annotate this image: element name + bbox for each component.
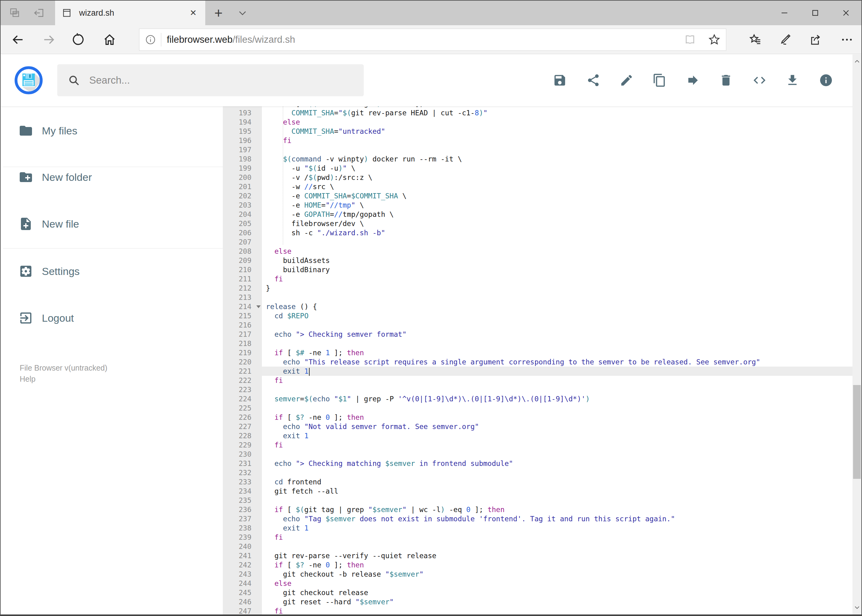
more-options-button[interactable] <box>838 32 856 48</box>
code-line[interactable]: git fetch --all <box>262 487 861 496</box>
scrollbar-thumb[interactable] <box>853 385 861 479</box>
fold-arrow-icon[interactable] <box>256 305 261 308</box>
code-line[interactable]: buildBinary <box>262 265 861 274</box>
sidebar-item-logout[interactable]: Logout <box>1 303 223 333</box>
tab-preview-button[interactable] <box>5 1 25 25</box>
code-line[interactable]: -w //src \ <box>262 182 861 191</box>
code-line[interactable]: else <box>262 247 861 256</box>
move-button[interactable] <box>684 71 702 90</box>
code-line[interactable] <box>262 404 861 413</box>
sidebar-item-my-files[interactable]: My files <box>1 116 223 146</box>
set-tabs-aside-button[interactable] <box>29 1 49 25</box>
code-line[interactable]: -e GOPATH=//tmp/gopath \ <box>262 210 861 219</box>
code-line[interactable] <box>262 321 861 330</box>
code-line[interactable]: echo "> Checking semver format" <box>262 330 861 339</box>
code-line[interactable]: fi <box>262 533 861 542</box>
code-line[interactable]: cd frontend <box>262 477 861 487</box>
code-line[interactable]: echo "> Checking matching $semver in fro… <box>262 459 861 468</box>
download-button[interactable] <box>783 71 802 90</box>
code-line[interactable]: echo "Not valid semver format. See semve… <box>262 422 861 431</box>
close-window-button[interactable] <box>830 1 861 25</box>
scroll-up-icon[interactable] <box>853 57 861 66</box>
code-line[interactable] <box>262 385 861 394</box>
active-line[interactable]: exit 1 <box>262 366 861 376</box>
hub-button[interactable] <box>747 32 764 48</box>
code-line[interactable]: exit 1 <box>262 431 861 440</box>
search-input[interactable] <box>89 74 335 86</box>
code-line[interactable]: cd $REPO <box>262 311 861 321</box>
code-line[interactable]: release () { <box>262 302 861 311</box>
back-button[interactable] <box>9 32 27 48</box>
code-line[interactable] <box>262 496 861 505</box>
code-line[interactable]: git reset --hard "$semver" <box>262 597 861 607</box>
code-line[interactable]: echo "This release script requires a sin… <box>262 357 861 366</box>
save-button[interactable] <box>550 71 569 90</box>
code-area[interactable]: if [ "$(command -v git)" != "" ]; then C… <box>262 107 861 614</box>
address-bar[interactable]: filebrowser.web/files/wizard.sh <box>139 28 726 51</box>
code-line[interactable]: git checkout release <box>262 588 861 597</box>
reading-view-icon[interactable] <box>684 33 697 46</box>
code-line[interactable]: -e COMMIT_SHA=$COMMIT_SHA \ <box>262 191 861 201</box>
refresh-button[interactable] <box>69 32 87 48</box>
site-info-icon[interactable] <box>144 33 157 46</box>
browser-tab[interactable]: wizard.sh ✕ <box>55 1 205 25</box>
code-line[interactable]: git rev-parse --verify --quiet release <box>262 551 861 560</box>
code-line[interactable]: } <box>262 284 861 293</box>
code-line[interactable]: filebrowser/dev \ <box>262 219 861 228</box>
minimize-button[interactable] <box>769 1 800 25</box>
code-line[interactable] <box>262 339 861 348</box>
code-line[interactable]: sh -c "./wizard.sh -b" <box>262 228 861 237</box>
code-line[interactable] <box>262 237 861 247</box>
search-box[interactable] <box>57 64 364 96</box>
scroll-down-icon[interactable] <box>853 603 861 612</box>
page-scrollbar[interactable] <box>853 55 861 614</box>
copy-button[interactable] <box>650 71 669 90</box>
code-line[interactable]: -e HOME="//tmp" \ <box>262 201 861 210</box>
edit-button[interactable] <box>617 71 636 90</box>
code-line[interactable]: else <box>262 579 861 588</box>
code-line[interactable]: else <box>262 118 861 127</box>
delete-button[interactable] <box>717 71 735 90</box>
code-line[interactable]: if [ $(git tag | grep "$semver" | wc -l)… <box>262 505 861 514</box>
home-button[interactable] <box>101 32 118 48</box>
code-line[interactable]: $(command -v winpty) docker run --rm -it… <box>262 154 861 163</box>
code-line[interactable] <box>262 449 861 459</box>
code-line[interactable]: semver=$(echo "$1" | grep -P '^v(0|[1-9]… <box>262 394 861 404</box>
favorite-star-icon[interactable] <box>708 33 721 46</box>
forward-button[interactable] <box>40 32 58 48</box>
info-button[interactable] <box>817 71 835 90</box>
code-line[interactable] <box>262 542 861 551</box>
code-line[interactable]: fi <box>262 440 861 449</box>
code-line[interactable]: fi <box>262 376 861 385</box>
code-line[interactable]: exit 1 <box>262 523 861 533</box>
share-button[interactable] <box>584 71 603 90</box>
sidebar-item-settings[interactable]: Settings <box>1 256 223 286</box>
new-tab-button[interactable]: + <box>207 1 230 25</box>
code-line[interactable] <box>262 468 861 477</box>
help-link[interactable]: Help <box>20 373 107 384</box>
code-line[interactable]: git checkout -b release "$semver" <box>262 570 861 579</box>
code-line[interactable] <box>262 145 861 154</box>
code-editor[interactable]: 1921931941951961971981992002012022032042… <box>223 107 861 614</box>
tab-list-chevron-icon[interactable] <box>233 1 252 25</box>
sidebar-item-new-file[interactable]: New file <box>1 209 223 239</box>
code-line[interactable]: if [ $? -ne 0 ]; then <box>262 413 861 422</box>
code-line[interactable] <box>262 293 861 302</box>
web-note-button[interactable] <box>777 32 794 48</box>
code-line[interactable]: -v /$(pwd):/src:z \ <box>262 173 861 182</box>
code-line[interactable]: echo "Tag $semver does not exist in subm… <box>262 514 861 523</box>
code-view-button[interactable] <box>750 71 769 90</box>
code-line[interactable]: if [ $? -ne 0 ]; then <box>262 560 861 570</box>
tab-close-icon[interactable]: ✕ <box>188 8 199 18</box>
share-page-button[interactable] <box>807 32 824 48</box>
code-line[interactable]: buildAssets <box>262 256 861 265</box>
code-line[interactable]: fi <box>262 607 861 614</box>
code-line[interactable]: -u "$(id -u)" \ <box>262 163 861 173</box>
code-line[interactable]: fi <box>262 136 861 145</box>
code-line[interactable]: COMMIT_SHA="untracked" <box>262 127 861 136</box>
code-line[interactable]: fi <box>262 274 861 284</box>
file-browser-logo[interactable] <box>13 65 44 96</box>
code-line[interactable]: COMMIT_SHA="$(git rev-parse HEAD | cut -… <box>262 108 861 118</box>
sidebar-item-new-folder[interactable]: New folder <box>1 162 223 192</box>
code-line[interactable]: if [ $# -ne 1 ]; then <box>262 348 861 357</box>
